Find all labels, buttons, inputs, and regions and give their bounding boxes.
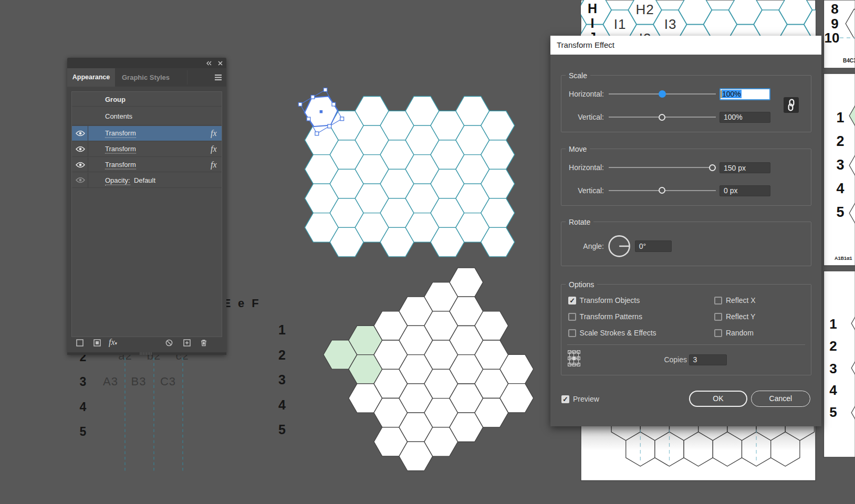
svg-text:H: H <box>588 1 597 16</box>
svg-text:9: 9 <box>831 16 838 32</box>
svg-text:4: 4 <box>836 181 844 196</box>
svg-text:A3: A3 <box>103 375 118 388</box>
svg-text:4: 4 <box>278 397 286 412</box>
svg-text:4: 4 <box>829 382 837 398</box>
svg-text:10: 10 <box>825 30 840 46</box>
svg-text:2: 2 <box>836 133 844 149</box>
svg-text:F: F <box>252 297 258 310</box>
svg-text:3: 3 <box>829 361 837 376</box>
svg-text:8: 8 <box>831 1 838 17</box>
svg-text:I1: I1 <box>614 16 627 32</box>
svg-text:3: 3 <box>278 372 286 387</box>
svg-text:3: 3 <box>836 157 844 173</box>
svg-text:5: 5 <box>278 422 286 437</box>
svg-text:5: 5 <box>80 425 87 438</box>
svg-text:1: 1 <box>836 110 844 125</box>
svg-text:5: 5 <box>836 204 844 220</box>
svg-text:B4C3Q: B4C3Q <box>843 58 855 64</box>
svg-text:e: e <box>238 297 244 310</box>
svg-text:I3: I3 <box>664 16 677 32</box>
svg-text:B3: B3 <box>131 375 147 388</box>
svg-text:4: 4 <box>80 400 87 414</box>
svg-text:A1B1α1: A1B1α1 <box>835 256 852 261</box>
svg-text:H2: H2 <box>635 2 654 17</box>
svg-text:2: 2 <box>829 338 837 354</box>
svg-text:1: 1 <box>829 316 837 332</box>
svg-text:3: 3 <box>80 375 87 388</box>
svg-text:2: 2 <box>278 348 286 362</box>
svg-text:C3: C3 <box>160 375 176 388</box>
svg-text:1: 1 <box>278 322 286 337</box>
svg-text:5: 5 <box>829 404 837 420</box>
svg-text:I: I <box>591 16 595 30</box>
